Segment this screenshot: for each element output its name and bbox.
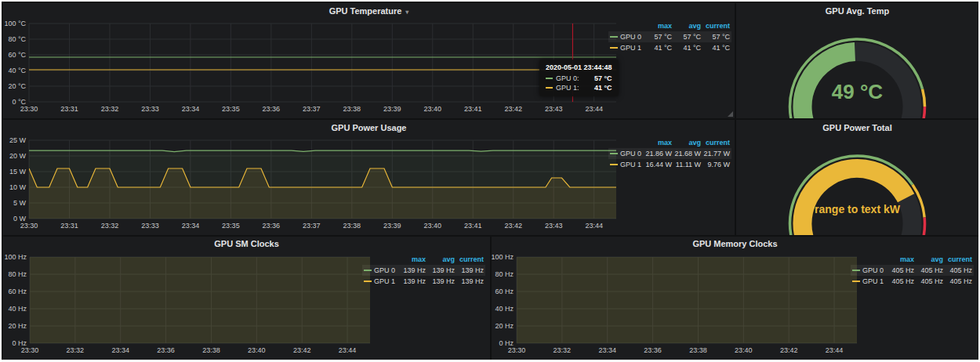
panel-resize-handle[interactable] [728,111,733,117]
legend-value: 405 Hz [914,277,943,287]
browser-page: GPU Temperature▾ 0 °C20 °C40 °C60 °C80 °… [0,0,980,362]
sm-clocks-legend: maxavgcurrentGPU 0139 Hz139 Hz139 HzGPU … [362,254,485,287]
svg-text:23:40: 23:40 [424,222,442,230]
legend-series-label[interactable]: GPU 1 [620,43,643,53]
legend-header-max[interactable]: max [397,255,426,265]
panel-title-gpu-power-usage[interactable]: GPU Power Usage [3,120,735,136]
legend-header-current[interactable]: current [455,255,484,265]
panel-gpu-sm-clocks: GPU SM Clocks 0 Hz20 Hz40 Hz60 Hz80 Hz10… [3,237,490,360]
legend-header-current[interactable]: current [943,255,972,265]
svg-text:40 °C: 40 °C [8,67,26,74]
svg-text:23:38: 23:38 [689,346,707,354]
legend-series-label[interactable]: GPU 0 [620,32,643,42]
panel-title-gpu-temperature[interactable]: GPU Temperature▾ [3,3,735,19]
legend-header-max[interactable]: max [643,138,672,148]
panel-title-gpu-sm-clocks[interactable]: GPU SM Clocks [3,237,490,251]
legend-value: 405 Hz [885,266,914,276]
tooltip-series-label: GPU 0: [556,74,579,83]
gauge-value: 49 °C [736,80,978,104]
legend-value: 21.68 W [672,149,701,159]
legend-value: 9.76 W [701,160,730,170]
svg-text:23:36: 23:36 [263,105,281,113]
legend-row: GPU 1139 Hz139 Hz139 Hz [362,276,485,287]
svg-text:15 W: 15 W [9,168,27,176]
legend-header-avg[interactable]: avg [426,255,455,265]
series-color-dash-icon [610,36,620,38]
temperature-legend: maxavgcurrentGPU 057 °C57 °C57 °CGPU 141… [608,20,731,53]
svg-text:23:43: 23:43 [545,105,563,113]
legend-header-avg[interactable]: avg [914,255,943,265]
svg-text:23:41: 23:41 [464,105,482,113]
legend-header-row: maxavgcurrent [608,137,731,148]
series-color-dash-icon [852,270,862,271]
svg-text:23:40: 23:40 [735,346,753,354]
panel-title-gpu-power-total[interactable]: GPU Power Total [736,120,978,136]
series-color-dash-icon [610,153,620,154]
legend-value: 57 °C [643,32,672,42]
svg-text:23:39: 23:39 [383,105,401,113]
svg-text:20 W: 20 W [9,152,27,160]
svg-text:23:35: 23:35 [222,105,240,113]
panel-gpu-memory-clocks: GPU Memory Clocks 0 Hz20 Hz40 Hz60 Hz80 … [492,237,978,360]
panel-gpu-power-total: GPU Power Total range to text kW [736,120,978,235]
panel-title-text: GPU Avg. Temp [826,6,890,16]
legend-series-label[interactable]: GPU 1 [374,277,397,287]
legend-row: GPU 057 °C57 °C57 °C [608,31,731,42]
legend-row: GPU 141 °C41 °C41 °C [608,42,731,53]
svg-text:23:38: 23:38 [343,222,361,230]
tooltip-timestamp: 2020-05-01 23:44:48 [546,63,612,71]
svg-text:100 °C: 100 °C [4,20,26,27]
legend-header-avg[interactable]: avg [672,138,701,148]
svg-text:23:40: 23:40 [248,346,266,354]
svg-text:23:30: 23:30 [20,222,38,230]
chevron-down-icon: ▾ [405,9,408,16]
gauge-value: range to text kW [736,203,978,215]
svg-text:23:44: 23:44 [585,222,603,230]
svg-text:23:33: 23:33 [141,105,159,113]
legend-series-label[interactable]: GPU 0 [620,149,643,159]
svg-text:23:32: 23:32 [101,222,119,230]
svg-text:80 Hz: 80 Hz [8,270,27,278]
svg-text:23:39: 23:39 [383,222,401,230]
legend-value: 57 °C [701,32,730,42]
legend-header-max[interactable]: max [643,21,672,31]
svg-text:23:36: 23:36 [263,222,281,230]
legend-series-label[interactable]: GPU 0 [374,266,397,276]
legend-header-row: maxavgcurrent [362,254,485,265]
svg-text:23:32: 23:32 [101,105,119,113]
legend-value: 405 Hz [943,266,972,276]
panel-title-gpu-memory-clocks[interactable]: GPU Memory Clocks [492,237,978,251]
legend-series-label[interactable]: GPU 1 [620,160,643,170]
legend-header-max[interactable]: max [885,255,914,265]
legend-header-current[interactable]: current [701,21,730,31]
series-color-dash-icon [364,281,374,282]
legend-series-label[interactable]: GPU 0 [862,266,885,276]
svg-text:5 W: 5 W [13,199,27,207]
legend-value: 57 °C [672,32,701,42]
tooltip-series-value: 57 °C [588,74,612,83]
legend-row: GPU 021.86 W21.68 W21.77 W [608,148,731,159]
panel-gpu-temperature: GPU Temperature▾ 0 °C20 °C40 °C60 °C80 °… [3,3,735,118]
legend-series-label[interactable]: GPU 1 [862,277,885,287]
legend-value: 139 Hz [397,277,426,287]
legend-value: 41 °C [701,43,730,53]
legend-row: GPU 116.44 W11.11 W9.76 W [608,159,731,170]
svg-text:40 Hz: 40 Hz [495,305,514,313]
legend-row: GPU 1405 Hz405 Hz405 Hz [851,276,974,287]
legend-header-avg[interactable]: avg [672,21,701,31]
svg-text:23:34: 23:34 [182,105,200,113]
legend-header-current[interactable]: current [701,138,730,148]
svg-text:100 Hz: 100 Hz [492,253,514,261]
panel-title-gpu-avg-temp[interactable]: GPU Avg. Temp [736,3,978,19]
legend-header-row: maxavgcurrent [608,20,731,31]
power-total-gauge [736,136,978,235]
legend-value: 405 Hz [885,277,914,287]
legend-row: GPU 0139 Hz139 Hz139 Hz [362,265,485,276]
tooltip-row: GPU 0:57 °C [546,74,612,83]
legend-row: GPU 0405 Hz405 Hz405 Hz [851,265,974,276]
legend-value: 41 °C [672,43,701,53]
svg-text:23:44: 23:44 [339,346,357,354]
svg-text:23:31: 23:31 [60,222,78,230]
legend-value: 41 °C [643,43,672,53]
svg-text:23:42: 23:42 [504,105,522,113]
